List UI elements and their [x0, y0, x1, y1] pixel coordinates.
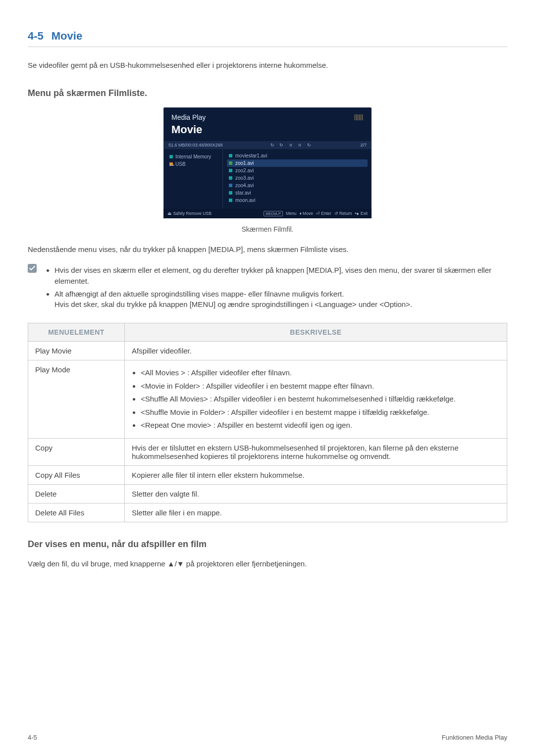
cell-desc: Sletter den valgte fil. — [125, 484, 507, 503]
section-header: 4-5 Movie — [28, 30, 507, 47]
mp-pager: 2/7 — [360, 143, 367, 148]
table-row: Delete All Files Sletter alle filer i en… — [28, 503, 507, 522]
file-icon — [229, 184, 232, 187]
table-row: Play Movie Afspiller videofiler. — [28, 342, 507, 360]
mp-mode-glyphs: ↻ ↻ ⤮ ⤮ ↻ — [270, 143, 313, 148]
file-icon — [229, 191, 232, 195]
mp-footer-tag: MEDIA.P — [264, 211, 283, 216]
subheading-filmliste: Menu på skærmen Filmliste. — [28, 88, 507, 99]
list-item: <Shuffle All Movies> : Afspiller videofi… — [141, 394, 500, 405]
footer-left: 4-5 — [28, 734, 37, 741]
mp-infobar: 51.6 MB/00:03:48/800X298 ↻ ↻ ⤮ ⤮ ↻ 2/7 — [163, 141, 372, 149]
table-row: Copy All Files Kopierer alle filer til i… — [28, 465, 507, 484]
section-number: 4-5 — [28, 30, 44, 43]
mp-sidebar: Internal Memory ⊷USB — [163, 149, 223, 209]
mp-file-item: zoo4.avi — [227, 182, 368, 189]
mp-side-internal: Internal Memory — [169, 153, 219, 160]
cell-desc: Kopierer alle filer til intern eller eks… — [125, 465, 507, 484]
note-bullets: Hvis der vises en skærm eller et element… — [44, 263, 507, 312]
table-row: Play Mode <All Movies > : Afspiller vide… — [28, 360, 507, 439]
file-icon — [229, 176, 232, 180]
list-item: <Repeat One movie> : Afspiller en bestem… — [141, 420, 500, 431]
subheading-playback-menu: Der vises en menu, når du afspiller en f… — [28, 539, 507, 550]
cell-label: Play Movie — [28, 342, 125, 360]
mp-file-info: 51.6 MB/00:03:48/800X298 — [168, 143, 223, 148]
square-icon — [169, 155, 173, 158]
mp-side-usb: ⊷USB — [169, 160, 219, 168]
cell-label: Copy — [28, 438, 125, 465]
cell-desc: Afspiller videofiler. — [125, 342, 507, 360]
mp-label-mediaplay: Media Play — [171, 113, 206, 121]
note-icon — [28, 264, 37, 273]
cell-label: Delete All Files — [28, 503, 125, 522]
mp-file-item: moon.avi — [227, 197, 368, 204]
mp-file-item: moviestar1.avi — [227, 152, 368, 159]
mp-file-item: star.avi — [227, 189, 368, 197]
file-icon — [229, 154, 232, 157]
note-item: Hvis der vises en skærm eller et element… — [54, 265, 507, 287]
filmstrip-icon — [354, 114, 364, 120]
mp-file-item: zoo2.avi — [227, 167, 368, 174]
usb-icon: ⊷ — [169, 162, 173, 166]
footer-right: Funktionen Media Play — [442, 734, 507, 741]
table-row: Copy Hvis der er tilsluttet en ekstern U… — [28, 438, 507, 465]
paragraph-below-caption: Nedenstående menu vises, når du trykker … — [28, 244, 507, 255]
list-item: <Movie in Folder> : Afspiller videofiler… — [141, 381, 500, 392]
mp-file-item: zoo3.avi — [227, 174, 368, 182]
table-header-menuelement: MENUELEMENT — [28, 323, 125, 342]
mp-footer-hints: ⏏ Safely Remove USB MEDIA.P Menu ♦ Move … — [163, 209, 372, 218]
media-play-screenshot: Media Play Movie 51.6 MB/00:03:48/800X29… — [163, 107, 372, 218]
cell-desc: <All Movies > : Afspiller videofiler eft… — [125, 360, 507, 439]
file-icon — [229, 169, 232, 172]
cell-label: Play Mode — [28, 360, 125, 439]
cell-desc: Sletter alle filer i en mappe. — [125, 503, 507, 522]
page-footer: 4-5 Funktionen Media Play — [28, 734, 507, 741]
file-icon — [229, 161, 232, 165]
intro-paragraph: Se videofiler gemt på en USB-hukommelses… — [28, 60, 507, 71]
file-icon — [229, 199, 232, 202]
paragraph-playback: Vælg den fil, du vil bruge, med knappern… — [28, 558, 507, 570]
cell-label: Delete — [28, 484, 125, 503]
mp-file-list: moviestar1.avi zoo1.avi zoo2.avi zoo3.av… — [223, 149, 372, 209]
menu-table: MENUELEMENT BESKRIVELSE Play Movie Afspi… — [28, 323, 507, 522]
table-row: Delete Sletter den valgte fil. — [28, 484, 507, 503]
cell-label: Copy All Files — [28, 465, 125, 484]
mp-file-item-selected: zoo1.avi — [227, 159, 368, 167]
figure-caption: Skærmen Filmfil. — [28, 225, 507, 233]
mp-label-movie: Movie — [163, 123, 372, 141]
cell-desc: Hvis der er tilsluttet en ekstern USB-hu… — [125, 438, 507, 465]
list-item: <Shuffle Movie in Folder> : Afspiller vi… — [141, 407, 500, 418]
section-title: Movie — [52, 30, 82, 43]
table-header-beskrivelse: BESKRIVELSE — [125, 323, 507, 342]
note-item: Alt afhængigt af den aktuelle sprogindst… — [54, 289, 507, 310]
list-item: <All Movies > : Afspiller videofiler eft… — [141, 367, 500, 379]
